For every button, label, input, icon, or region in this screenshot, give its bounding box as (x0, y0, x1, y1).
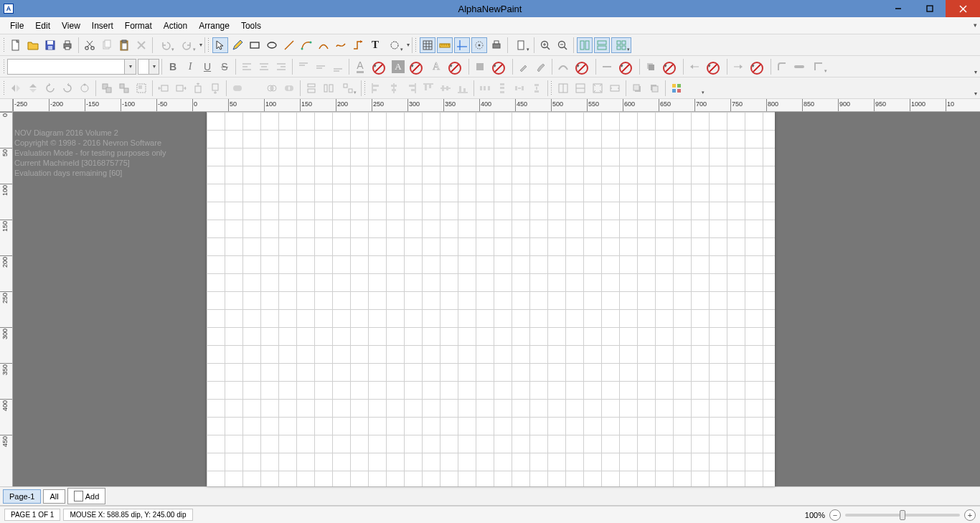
guides-toggle-icon[interactable] (454, 37, 470, 53)
page-tab-add[interactable]: Add (67, 488, 106, 504)
undo-icon[interactable] (156, 37, 176, 53)
line-style-icon[interactable] (599, 59, 615, 75)
shape-fill-icon[interactable] (472, 59, 488, 75)
font-family-combo[interactable]: ▾ (7, 59, 136, 75)
layout-mode-2-icon[interactable] (594, 37, 610, 53)
valign-bottom-icon[interactable] (330, 59, 346, 75)
menu-insert[interactable]: Insert (86, 19, 119, 33)
text-back-picker-icon[interactable] (407, 59, 427, 75)
toolbar-grip[interactable] (415, 37, 418, 53)
zoom-slider-thumb[interactable] (900, 510, 905, 520)
valign-middle-icon[interactable] (313, 59, 329, 75)
grid-toggle-icon[interactable] (420, 37, 435, 53)
align-left-icon[interactable] (239, 59, 255, 75)
zoom-out-icon[interactable] (555, 37, 570, 53)
menu-tools[interactable]: Tools (235, 19, 267, 33)
toolbar3-overflow[interactable]: ▾ (974, 90, 977, 97)
close-button[interactable] (946, 0, 980, 17)
horizontal-ruler[interactable]: -250-200-150-100-50050100150200250300350… (13, 99, 980, 112)
pan-tool-icon[interactable] (385, 37, 405, 53)
copy-icon[interactable] (99, 37, 115, 53)
distribute-h-icon[interactable] (477, 80, 493, 96)
bold-button[interactable]: B (165, 59, 181, 75)
arrow-start-icon[interactable] (687, 59, 702, 75)
text-tool-icon[interactable]: T (367, 37, 383, 53)
regroup-icon[interactable] (133, 80, 149, 96)
canvas[interactable]: NOV Diagram 2016 Volume 2 Copyright © 19… (13, 112, 980, 486)
toolbar-tools-overflow[interactable]: ▾ (407, 42, 410, 48)
page-tab-1[interactable]: Page-1 (3, 489, 41, 504)
align-obj-bottom-icon[interactable] (455, 80, 471, 96)
text-back-icon[interactable]: A (392, 60, 405, 73)
same-width-icon[interactable] (303, 80, 319, 96)
arrow-end-picker-icon[interactable] (748, 59, 768, 75)
same-height-icon[interactable] (321, 80, 336, 96)
send-back-icon[interactable] (646, 80, 662, 96)
shadow-icon[interactable] (643, 59, 659, 75)
fit-width-icon[interactable] (607, 80, 623, 96)
align-obj-left-icon[interactable] (369, 80, 385, 96)
menu-arrange[interactable]: Arrange (193, 19, 235, 33)
menu-edit[interactable]: Edit (29, 19, 56, 33)
paste-icon[interactable] (116, 37, 132, 53)
center-page-h-icon[interactable] (555, 80, 571, 96)
toolbar-grip[interactable] (3, 80, 6, 96)
shape-intersect-icon[interactable] (264, 80, 280, 96)
italic-button[interactable]: I (182, 59, 198, 75)
toolbar-grip[interactable] (550, 80, 553, 96)
menu-format[interactable]: Format (119, 19, 158, 33)
brush-icon[interactable] (533, 59, 549, 75)
nudge-right-icon[interactable] (173, 80, 189, 96)
align-center-icon[interactable] (256, 59, 272, 75)
distribute-v-icon[interactable] (494, 80, 510, 96)
minimize-button[interactable] (882, 0, 914, 17)
menu-file[interactable]: File (4, 19, 29, 33)
toolbar2-overflow[interactable]: ▾ (974, 69, 977, 75)
layout-mode-1-icon[interactable] (577, 37, 593, 53)
arc-tool-icon[interactable] (316, 37, 331, 53)
ungroup-icon[interactable] (116, 80, 132, 96)
center-page-v-icon[interactable] (573, 80, 588, 96)
rotate-right-icon[interactable] (60, 80, 75, 96)
underline-button[interactable]: U (199, 59, 215, 75)
pointer-tool-icon[interactable] (212, 37, 228, 53)
menu-action[interactable]: Action (158, 19, 193, 33)
stroke-color-picker-icon[interactable] (573, 59, 593, 75)
align-obj-top-icon[interactable] (420, 80, 436, 96)
bring-front-icon[interactable] (629, 80, 645, 96)
maximize-button[interactable] (914, 0, 946, 17)
line-tool-icon[interactable] (281, 37, 297, 53)
toolbar1-overflow[interactable]: ▾ (199, 42, 202, 48)
font-size-combo[interactable]: ▾ (138, 59, 159, 75)
connector-tool-icon[interactable] (350, 37, 366, 53)
line-cap-icon[interactable] (791, 59, 807, 75)
valign-top-icon[interactable] (296, 59, 311, 75)
menu-view[interactable]: View (56, 19, 86, 33)
freehand-tool-icon[interactable] (333, 37, 349, 53)
page-setup-icon[interactable] (511, 37, 531, 53)
zoom-in-button[interactable]: + (964, 509, 976, 521)
strikethrough-button[interactable]: S (217, 59, 232, 75)
line-color-picker-icon[interactable] (616, 59, 636, 75)
page-tab-all[interactable]: All (43, 489, 65, 504)
drawing-page[interactable] (207, 112, 775, 486)
corner-picker-icon[interactable] (809, 59, 829, 75)
text-stroke-picker-icon[interactable] (446, 59, 466, 75)
toolbar-grip[interactable] (364, 80, 367, 96)
rotate-free-icon[interactable] (77, 80, 93, 96)
nudge-down-icon[interactable] (207, 80, 223, 96)
snap-toggle-icon[interactable] (471, 37, 487, 53)
nudge-up-icon[interactable] (190, 80, 206, 96)
text-stroke-icon[interactable]: A (428, 59, 444, 75)
shape-fill-picker-icon[interactable] (489, 59, 509, 75)
nudge-left-icon[interactable] (156, 80, 171, 96)
arrow-end-icon[interactable] (730, 59, 746, 75)
shape-union-icon[interactable] (230, 80, 245, 96)
layout-options-icon[interactable] (669, 80, 684, 96)
menu-overflow-icon[interactable]: ▾ (974, 22, 977, 29)
bezier-tool-icon[interactable] (298, 37, 314, 53)
toolbar-grip[interactable] (3, 37, 6, 53)
shape-subtract-icon[interactable] (247, 80, 263, 96)
align-obj-middle-icon[interactable] (438, 80, 453, 96)
zoom-in-icon[interactable] (537, 37, 553, 53)
